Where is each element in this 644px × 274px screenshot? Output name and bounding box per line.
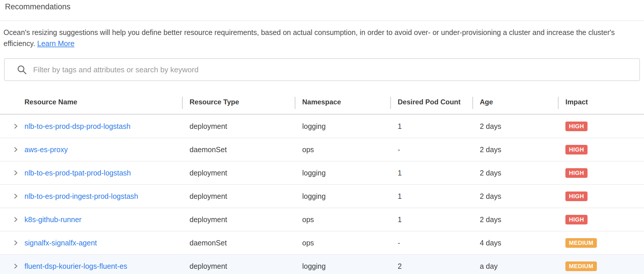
- column-separator: [472, 97, 473, 109]
- row-expand-button[interactable]: [12, 239, 19, 246]
- table-header-row: Resource Name Resource Type Namespace De…: [0, 90, 644, 115]
- impact-badge: HIGH: [565, 168, 588, 178]
- title-divider: [0, 20, 644, 21]
- resource-name-link[interactable]: nlb-to-es-prod-ingest-prod-logstash: [24, 192, 138, 201]
- table-row[interactable]: fluent-dsp-kourier-logs-fluent-es deploy…: [0, 255, 644, 274]
- namespace-cell: logging: [295, 122, 390, 131]
- table-row[interactable]: k8s-github-runner deployment ops 1 2 day…: [0, 208, 644, 231]
- table-row[interactable]: signalfx-signalfx-agent daemonSet ops - …: [0, 231, 644, 255]
- row-expand-button[interactable]: [12, 193, 19, 200]
- resource-name-cell: nlb-to-es-prod-ingest-prod-logstash: [0, 192, 182, 201]
- impact-badge: HIGH: [565, 145, 588, 154]
- impact-badge: HIGH: [565, 215, 588, 224]
- page-description: Ocean's resizing suggestions will help y…: [3, 27, 641, 49]
- chevron-right-icon: [13, 123, 19, 129]
- pod-count-cell: 1: [390, 215, 472, 224]
- resource-name-cell: nlb-to-es-prod-tpat-prod-logstash: [0, 169, 182, 177]
- col-header-resource-type: Resource Type: [182, 90, 295, 114]
- col-header-label: Impact: [565, 98, 588, 106]
- col-header-label: Resource Name: [24, 98, 77, 106]
- pod-count-cell: 1: [390, 169, 472, 177]
- resource-type-cell: daemonSet: [182, 239, 295, 247]
- impact-badge: HIGH: [565, 122, 588, 131]
- resource-type-cell: deployment: [182, 122, 295, 131]
- impact-cell: MEDIUM: [558, 238, 644, 248]
- row-expand-button[interactable]: [12, 263, 19, 270]
- col-header-desired-pod-count: Desired Pod Count: [390, 90, 472, 114]
- row-expand-button[interactable]: [12, 146, 19, 153]
- impact-badge: HIGH: [565, 192, 588, 201]
- col-header-age: Age: [472, 90, 558, 114]
- namespace-cell: logging: [295, 192, 390, 201]
- age-cell: 2 days: [472, 122, 558, 131]
- resource-name-link[interactable]: aws-es-proxy: [24, 145, 68, 154]
- chevron-right-icon: [13, 170, 19, 176]
- age-cell: 2 days: [472, 145, 558, 154]
- row-expand-button[interactable]: [12, 169, 19, 176]
- table-row[interactable]: nlb-to-es-prod-ingest-prod-logstash depl…: [0, 185, 644, 208]
- resource-type-cell: deployment: [182, 262, 295, 271]
- resource-type-cell: deployment: [182, 215, 295, 224]
- age-cell: 2 days: [472, 215, 558, 224]
- col-header-label: Age: [480, 98, 493, 106]
- pod-count-cell: 1: [390, 122, 472, 131]
- col-header-label: Namespace: [302, 98, 341, 106]
- chevron-right-icon: [13, 216, 19, 223]
- resource-name-link[interactable]: fluent-dsp-kourier-logs-fluent-es: [24, 262, 127, 271]
- column-separator: [558, 97, 559, 109]
- search-input[interactable]: [33, 61, 639, 78]
- resource-name-cell: nlb-to-es-prod-dsp-prod-logstash: [0, 122, 182, 131]
- learn-more-link[interactable]: Learn More: [37, 39, 75, 48]
- table-body: nlb-to-es-prod-dsp-prod-logstash deploym…: [0, 115, 644, 274]
- namespace-cell: logging: [295, 169, 390, 177]
- namespace-cell: ops: [295, 215, 390, 224]
- table-row[interactable]: nlb-to-es-prod-tpat-prod-logstash deploy…: [0, 161, 644, 185]
- impact-cell: HIGH: [558, 168, 644, 178]
- resource-name-link[interactable]: signalfx-signalfx-agent: [24, 239, 97, 247]
- table-row[interactable]: nlb-to-es-prod-dsp-prod-logstash deploym…: [0, 115, 644, 138]
- resource-name-cell: fluent-dsp-kourier-logs-fluent-es: [0, 262, 182, 271]
- search-box[interactable]: [4, 58, 640, 81]
- row-expand-button[interactable]: [12, 123, 19, 130]
- impact-badge: MEDIUM: [565, 261, 597, 271]
- resource-name-cell: k8s-github-runner: [0, 215, 182, 224]
- resource-type-cell: deployment: [182, 192, 295, 201]
- age-cell: 2 days: [472, 169, 558, 177]
- col-header-impact: Impact: [558, 90, 644, 114]
- age-cell: 4 days: [472, 239, 558, 247]
- col-header-resource-name: Resource Name: [0, 90, 182, 114]
- age-cell: 2 days: [472, 192, 558, 201]
- pod-count-cell: -: [390, 145, 472, 154]
- namespace-cell: ops: [295, 145, 390, 154]
- namespace-cell: ops: [295, 239, 390, 247]
- search-icon: [17, 65, 27, 75]
- col-header-label: Desired Pod Count: [398, 98, 461, 106]
- resource-type-cell: daemonSet: [182, 145, 295, 154]
- description-text: Ocean's resizing suggestions will help y…: [3, 28, 615, 48]
- resource-name-link[interactable]: nlb-to-es-prod-tpat-prod-logstash: [24, 169, 131, 177]
- chevron-right-icon: [13, 146, 19, 153]
- resource-type-cell: deployment: [182, 169, 295, 177]
- resource-name-cell: aws-es-proxy: [0, 145, 182, 154]
- namespace-cell: logging: [295, 262, 390, 271]
- recommendations-table: Resource Name Resource Type Namespace De…: [0, 90, 644, 274]
- resource-name-link[interactable]: nlb-to-es-prod-dsp-prod-logstash: [24, 122, 130, 131]
- impact-cell: MEDIUM: [558, 261, 644, 271]
- age-cell: a day: [472, 262, 558, 271]
- page-title: Recommendations: [5, 2, 70, 11]
- pod-count-cell: 1: [390, 192, 472, 201]
- impact-cell: HIGH: [558, 122, 644, 131]
- table-row[interactable]: aws-es-proxy daemonSet ops - 2 days HIGH: [0, 138, 644, 161]
- impact-cell: HIGH: [558, 192, 644, 201]
- chevron-right-icon: [13, 193, 19, 199]
- column-separator: [295, 97, 296, 109]
- column-separator: [182, 97, 183, 109]
- chevron-right-icon: [13, 240, 19, 246]
- row-expand-button[interactable]: [12, 216, 19, 223]
- resource-name-link[interactable]: k8s-github-runner: [24, 215, 82, 224]
- impact-cell: HIGH: [558, 215, 644, 224]
- column-separator: [390, 97, 391, 109]
- impact-cell: HIGH: [558, 145, 644, 154]
- col-header-namespace: Namespace: [295, 90, 390, 114]
- col-header-label: Resource Type: [190, 98, 239, 106]
